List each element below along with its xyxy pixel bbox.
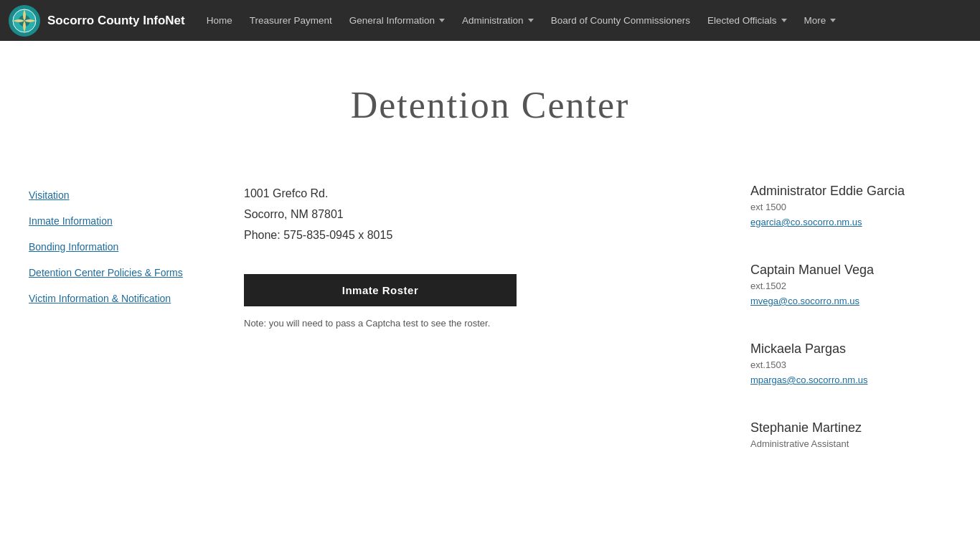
nav-elected-officials[interactable]: Elected Officials <box>699 0 796 41</box>
nav-general-information[interactable]: General Information <box>341 0 453 41</box>
sidebar-link-bonding-information[interactable]: Bonding Information <box>29 241 187 253</box>
chevron-down-icon <box>781 19 787 22</box>
chevron-down-icon <box>439 19 445 22</box>
nav-more[interactable]: More <box>796 0 845 41</box>
sidebar-link-policies-forms[interactable]: Detention Center Policies & Forms <box>29 267 187 278</box>
sidebar: Visitation Inmate Information Bonding In… <box>29 184 187 319</box>
contact-email[interactable]: mvega@co.socorro.nm.us <box>750 296 859 306</box>
contact-name: Captain Manuel Vega <box>750 263 951 278</box>
captcha-note: Note: you will need to pass a Captcha te… <box>244 318 707 329</box>
sidebar-link-visitation[interactable]: Visitation <box>29 189 187 201</box>
contact-name: Mickaela Pargas <box>750 342 951 357</box>
nav-board-of-commissioners[interactable]: Board of County Commissioners <box>542 0 699 41</box>
sidebar-link-victim-notification[interactable]: Victim Information & Notification <box>29 293 187 304</box>
brand-name: Socorro County InfoNet <box>47 14 185 28</box>
sidebar-link-inmate-information[interactable]: Inmate Information <box>29 215 187 227</box>
contact-mickaela-pargas: Mickaela Pargas ext.1503 mpargas@co.soco… <box>750 342 951 386</box>
contact-stephanie-martinez: Stephanie Martinez Administrative Assist… <box>750 420 951 449</box>
middle-section: 1001 Grefco Rd. Socorro, NM 87801 Phone:… <box>187 184 750 329</box>
contact-name: Administrator Eddie Garcia <box>750 184 951 199</box>
nav-home[interactable]: Home <box>198 0 241 41</box>
contact-ext: ext 1500 <box>750 202 951 212</box>
contact-ext: ext.1502 <box>750 281 951 291</box>
nav-items: Home Treasurer Payment General Informati… <box>198 0 971 41</box>
chevron-down-icon <box>528 19 534 22</box>
site-logo <box>9 5 40 37</box>
chevron-down-icon <box>830 19 836 22</box>
inmate-roster-button[interactable]: Inmate Roster <box>244 274 517 306</box>
nav-administration[interactable]: Administration <box>453 0 542 41</box>
address-block: 1001 Grefco Rd. Socorro, NM 87801 Phone:… <box>244 184 707 245</box>
address-phone: Phone: 575-835-0945 x 8015 <box>244 225 707 246</box>
page-title: Detention Center <box>29 84 951 126</box>
contact-name: Stephanie Martinez <box>750 420 951 435</box>
contact-email[interactable]: egarcia@co.socorro.nm.us <box>750 217 862 227</box>
contacts-panel: Administrator Eddie Garcia ext 1500 egar… <box>750 184 951 484</box>
nav-treasurer-payment[interactable]: Treasurer Payment <box>241 0 341 41</box>
contact-manuel-vega: Captain Manuel Vega ext.1502 mvega@co.so… <box>750 263 951 307</box>
address-line2: Socorro, NM 87801 <box>244 204 707 225</box>
contact-title: Administrative Assistant <box>750 438 951 449</box>
main-nav: Socorro County InfoNet Home Treasurer Pa… <box>0 0 980 41</box>
contact-ext: ext.1503 <box>750 359 951 370</box>
address-line1: 1001 Grefco Rd. <box>244 184 707 204</box>
main-content: Detention Center Visitation Inmate Infor… <box>0 41 980 527</box>
contact-eddie-garcia: Administrator Eddie Garcia ext 1500 egar… <box>750 184 951 228</box>
content-layout: Visitation Inmate Information Bonding In… <box>29 184 951 484</box>
contact-email[interactable]: mpargas@co.socorro.nm.us <box>750 375 867 385</box>
